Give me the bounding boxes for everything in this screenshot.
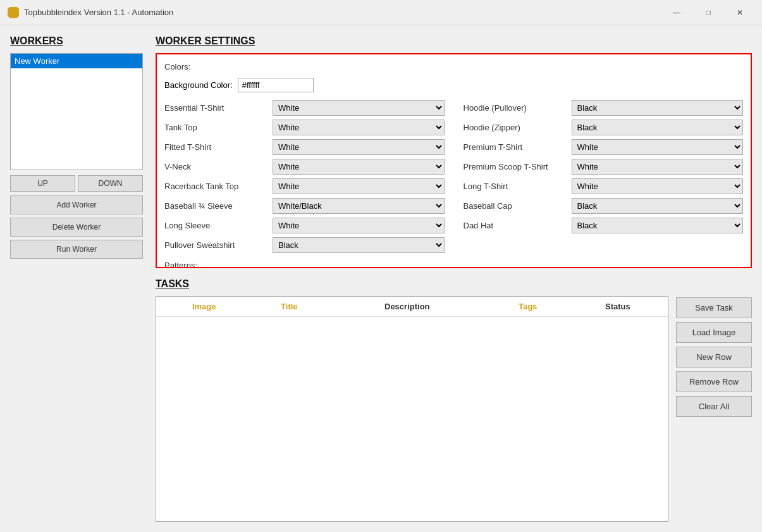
garment-label: Premium T-Shirt bbox=[464, 142, 568, 152]
worker-settings: WORKER SETTINGS Colors: Background Color… bbox=[156, 35, 752, 268]
worker-list[interactable]: New Worker bbox=[10, 53, 143, 170]
garment-select[interactable]: WhiteBlackWhite/BlackBlack/White bbox=[273, 178, 445, 194]
bg-color-input[interactable] bbox=[238, 78, 314, 92]
garment-label: Premium Scoop T-Shirt bbox=[464, 162, 568, 171]
col-tags: Tags bbox=[488, 297, 567, 317]
garment-row: Tank TopWhiteBlackWhite/BlackBlack/White bbox=[164, 120, 445, 135]
app-title: Topbubbleindex Version 1.1 - Automation bbox=[24, 8, 662, 17]
table-header-row: Image Title Description Tags Status bbox=[156, 297, 668, 317]
garment-select[interactable]: WhiteBlackWhite/BlackBlack/White bbox=[273, 120, 445, 135]
colors-label: Colors: bbox=[164, 62, 743, 71]
patterns-label: Patterns: bbox=[164, 261, 743, 268]
garment-label: Racerback Tank Top bbox=[164, 182, 269, 191]
left-panel: WORKERS New Worker UP DOWN Add Worker De… bbox=[10, 35, 143, 522]
garment-select[interactable]: WhiteBlackWhite/BlackBlack/White bbox=[572, 139, 744, 155]
new-row-button[interactable]: New Row bbox=[676, 347, 752, 368]
add-worker-button[interactable]: Add Worker bbox=[10, 195, 143, 214]
main-content: WORKERS New Worker UP DOWN Add Worker De… bbox=[0, 25, 762, 532]
garment-row: Long T-ShirtWhiteBlackWhite/BlackBlack/W… bbox=[464, 178, 744, 194]
garment-row: Premium Scoop T-ShirtWhiteBlackWhite/Bla… bbox=[464, 159, 744, 175]
bg-color-row: Background Color: bbox=[164, 78, 743, 92]
tasks-buttons: Save TaskLoad ImageNew RowRemove RowClea… bbox=[676, 278, 752, 522]
garment-label: Dad Hat bbox=[464, 221, 568, 230]
garment-select[interactable]: WhiteBlackWhite/BlackBlack/White bbox=[572, 120, 744, 135]
garment-select[interactable]: WhiteBlackWhite/BlackBlack/White bbox=[273, 198, 445, 214]
garment-row: Dad HatWhiteBlackWhite/BlackBlack/White bbox=[464, 218, 744, 233]
garment-row: V-NeckWhiteBlackWhite/BlackBlack/White bbox=[164, 159, 445, 175]
worker-nav: UP DOWN bbox=[10, 175, 143, 192]
minimize-button[interactable]: — bbox=[662, 3, 691, 22]
garment-row: Racerback Tank TopWhiteBlackWhite/BlackB… bbox=[164, 178, 445, 194]
garment-label: Baseball Cap bbox=[464, 201, 568, 211]
garment-row: Essential T-ShirtWhiteBlackWhite/BlackBl… bbox=[164, 100, 445, 116]
workers-section-title: WORKERS bbox=[10, 35, 143, 47]
garment-label: Baseball ¾ Sleeve bbox=[164, 201, 269, 211]
close-button[interactable]: ✕ bbox=[725, 3, 754, 22]
garment-select[interactable]: WhiteBlackWhite/BlackBlack/White bbox=[572, 218, 744, 233]
col-title: Title bbox=[252, 297, 327, 317]
down-button[interactable]: DOWN bbox=[78, 175, 143, 192]
tasks-table: Image Title Description Tags Status bbox=[156, 297, 668, 317]
garment-row: Hoodie (Zipper)WhiteBlackWhite/BlackBlac… bbox=[464, 120, 744, 135]
garment-select[interactable]: WhiteBlackWhite/BlackBlack/White bbox=[572, 198, 744, 214]
up-button[interactable]: UP bbox=[10, 175, 75, 192]
garment-select[interactable]: WhiteBlackWhite/BlackBlack/White bbox=[273, 237, 445, 253]
garment-row: Pullover SweatshirtWhiteBlackWhite/Black… bbox=[164, 237, 445, 253]
window-controls: — □ ✕ bbox=[662, 3, 754, 22]
garment-select[interactable]: WhiteBlackWhite/BlackBlack/White bbox=[572, 159, 744, 175]
garments-grid: Essential T-ShirtWhiteBlackWhite/BlackBl… bbox=[164, 100, 743, 253]
worker-settings-title: WORKER SETTINGS bbox=[156, 35, 752, 47]
garment-label: V-Neck bbox=[164, 162, 269, 171]
remove-row-button[interactable]: Remove Row bbox=[676, 371, 752, 392]
garment-select[interactable]: WhiteBlackWhite/BlackBlack/White bbox=[572, 100, 744, 116]
garment-row: Long SleeveWhiteBlackWhite/BlackBlack/Wh… bbox=[164, 218, 445, 233]
app-icon bbox=[8, 7, 19, 18]
settings-box: Colors: Background Color: Essential T-Sh… bbox=[156, 53, 752, 268]
garment-select[interactable]: WhiteBlackWhite/BlackBlack/White bbox=[273, 139, 445, 155]
load-image-button[interactable]: Load Image bbox=[676, 322, 752, 343]
run-worker-button[interactable]: Run Worker bbox=[10, 240, 143, 259]
garment-row: Fitted T-ShirtWhiteBlackWhite/BlackBlack… bbox=[164, 139, 445, 155]
garment-label: Fitted T-Shirt bbox=[164, 142, 269, 152]
garment-label: Hoodie (Pullover) bbox=[464, 103, 568, 113]
bg-color-label: Background Color: bbox=[164, 80, 233, 90]
maximize-button[interactable]: □ bbox=[694, 3, 723, 22]
garment-label: Essential T-Shirt bbox=[164, 103, 269, 113]
garment-row: Hoodie (Pullover)WhiteBlackWhite/BlackBl… bbox=[464, 100, 744, 116]
delete-worker-button[interactable]: Delete Worker bbox=[10, 218, 143, 237]
garment-label: Pullover Sweatshirt bbox=[164, 240, 269, 250]
clear-all-button[interactable]: Clear All bbox=[676, 396, 752, 417]
garment-label: Tank Top bbox=[164, 123, 269, 132]
tasks-section-title: TASKS bbox=[156, 278, 668, 290]
col-status: Status bbox=[568, 297, 668, 317]
col-image: Image bbox=[156, 297, 252, 317]
worker-item[interactable]: New Worker bbox=[11, 54, 142, 68]
col-description: Description bbox=[326, 297, 488, 317]
garment-label: Long T-Shirt bbox=[464, 182, 568, 191]
tasks-left: TASKS Image Title Description Tags Statu… bbox=[156, 278, 668, 522]
garment-row: Baseball CapWhiteBlackWhite/BlackBlack/W… bbox=[464, 198, 744, 214]
garment-select[interactable]: WhiteBlackWhite/BlackBlack/White bbox=[273, 100, 445, 116]
save-task-button[interactable]: Save Task bbox=[676, 297, 752, 318]
garment-select[interactable]: WhiteBlackWhite/BlackBlack/White bbox=[273, 218, 445, 233]
garment-row: Baseball ¾ SleeveWhiteBlackWhite/BlackBl… bbox=[164, 198, 445, 214]
garment-select[interactable]: WhiteBlackWhite/BlackBlack/White bbox=[572, 178, 744, 194]
garment-label: Long Sleeve bbox=[164, 221, 269, 230]
right-panel: WORKER SETTINGS Colors: Background Color… bbox=[156, 35, 752, 522]
garment-row: Premium T-ShirtWhiteBlackWhite/BlackBlac… bbox=[464, 139, 744, 155]
tasks-section: TASKS Image Title Description Tags Statu… bbox=[156, 278, 752, 522]
tasks-table-container: Image Title Description Tags Status bbox=[156, 296, 668, 522]
garment-select[interactable]: WhiteBlackWhite/BlackBlack/White bbox=[273, 159, 445, 175]
titlebar: Topbubbleindex Version 1.1 - Automation … bbox=[0, 0, 762, 25]
garment-label: Hoodie (Zipper) bbox=[464, 123, 568, 132]
